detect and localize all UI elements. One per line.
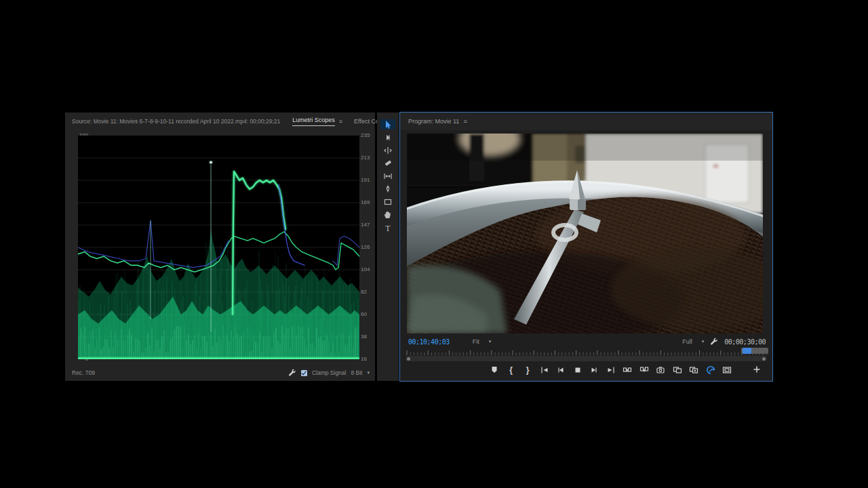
step-forward-button[interactable] [589, 365, 599, 375]
horizontal-scrollbar[interactable] [406, 356, 767, 361]
quick-export-button[interactable] [705, 365, 715, 375]
video-frame-scene [407, 134, 763, 333]
playhead[interactable] [743, 348, 751, 354]
go-to-out-button[interactable] [606, 365, 616, 375]
svg-text:T: T [385, 223, 391, 232]
program-video[interactable] [407, 134, 763, 333]
zoom-level-chevron-icon[interactable]: ▾ [489, 339, 492, 344]
export-frame-button[interactable] [656, 365, 666, 375]
button-editor-button[interactable] [751, 364, 762, 374]
scale-tick-label: 213 [361, 155, 374, 161]
transport-controls: {} [480, 362, 741, 378]
current-timecode[interactable]: 00;10;40;03 [408, 338, 450, 346]
panel-menu-icon[interactable]: ≡ [339, 118, 342, 125]
track-select-forward-tool[interactable] [380, 132, 395, 142]
hand-tool[interactable] [380, 209, 395, 220]
tab-program-monitor[interactable]: Program: Movie 11 [408, 118, 459, 125]
tools-panel: T [377, 113, 399, 381]
ripple-edit-tool[interactable] [380, 145, 395, 155]
extract-button[interactable] [639, 365, 649, 375]
rectangle-tool[interactable] [380, 197, 395, 207]
scale-tick-label: 82 [361, 289, 374, 295]
play-stop-button[interactable] [572, 365, 583, 375]
razor-tool[interactable] [380, 158, 395, 168]
safe-margins-button[interactable] [722, 365, 732, 375]
tab-lumetri-scopes[interactable]: Lumetri Scopes [292, 117, 335, 126]
bit-depth-select[interactable]: 8 Bit [351, 369, 362, 376]
mark-in-button[interactable]: { [506, 365, 516, 375]
scale-tick-label: 104 [361, 267, 374, 272]
screen: Source: Movie 11: Movies 6-7-8-9-10-11 r… [0, 0, 868, 488]
lumetri-scopes-panel: Source: Movie 11: Movies 6-7-8-9-10-11 r… [65, 113, 375, 381]
type-tool[interactable]: T [380, 222, 395, 232]
waveform-scale-8bit: 23521319116914712610482603816 [361, 136, 374, 359]
bit-depth-chevron-icon[interactable]: ▾ [367, 370, 370, 375]
slip-tool[interactable] [380, 171, 395, 181]
scrollbar-right-handle[interactable] [762, 357, 766, 361]
mark-out-button[interactable]: } [523, 365, 533, 375]
scale-tick-label: 169 [361, 200, 374, 205]
program-settings-wrench-icon[interactable] [710, 338, 718, 346]
tab-source-monitor[interactable]: Source: Movie 11: Movies 6-7-8-9-10-11 r… [72, 118, 280, 125]
scope-settings-wrench-icon[interactable] [288, 369, 296, 377]
source-panel-tabbar: Source: Movie 11: Movies 6-7-8-9-10-11 r… [65, 113, 375, 130]
scale-tick-label: 38 [361, 334, 374, 340]
selection-tool[interactable] [380, 119, 395, 129]
waveform-svg [78, 136, 359, 359]
scale-tick-label: 126 [361, 245, 374, 250]
zoom-level-select[interactable]: Fit [473, 338, 479, 345]
scale-tick-label: 191 [361, 178, 374, 183]
clamp-signal-label: Clamp Signal [312, 369, 347, 376]
clamp-signal-checkbox[interactable] [301, 370, 307, 376]
scale-tick-label: 235 [361, 133, 374, 138]
go-to-in-button[interactable] [539, 365, 549, 375]
waveform-scope [78, 136, 359, 359]
program-controls-row: 00;10;40;03 Fit ▾ Full ▾ 00;00;30;00 [400, 336, 772, 347]
colorspace-label: Rec. 709 [72, 369, 95, 376]
lift-button[interactable] [623, 365, 633, 375]
add-marker-button[interactable] [490, 365, 500, 375]
scale-tick-label: 60 [361, 312, 374, 317]
program-tabbar: Program: Movie 11 ≡ [400, 113, 772, 130]
scope-footer: Rec. 709 Clamp Signal 8 Bit ▾ [65, 365, 375, 381]
duration-timecode: 00;00;30;00 [724, 338, 766, 346]
scrollbar-left-handle[interactable] [407, 357, 410, 361]
multi-camera-button[interactable] [689, 365, 699, 375]
scale-tick-label: 16 [361, 357, 374, 362]
playback-resolution-chevron-icon[interactable]: ▾ [702, 339, 705, 344]
playback-resolution-select[interactable]: Full [682, 338, 692, 345]
time-ruler[interactable] [406, 348, 767, 355]
program-panel-menu-icon[interactable]: ≡ [463, 118, 466, 125]
comparison-view-button[interactable] [672, 365, 682, 375]
scale-tick-label: 147 [361, 222, 374, 228]
program-monitor-panel: Program: Movie 11 ≡ [400, 113, 772, 381]
step-back-button[interactable] [556, 365, 566, 375]
waveform-scale-ire: 1009080706050403020100 [65, 136, 77, 359]
pen-tool[interactable] [380, 184, 395, 194]
button-editor-slot [751, 364, 762, 374]
